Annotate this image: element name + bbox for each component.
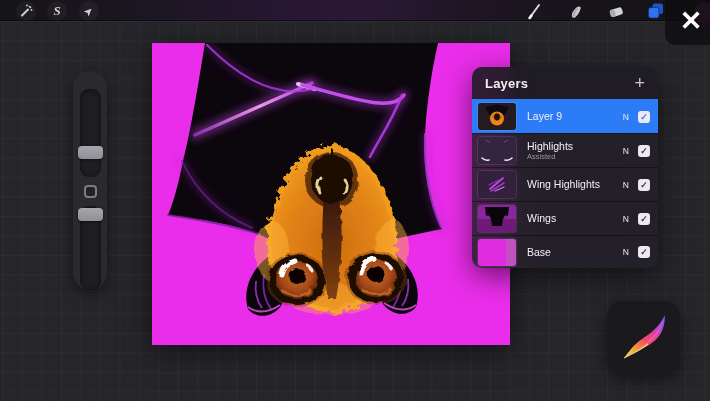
bat-artwork (152, 43, 510, 345)
layer-row-wings[interactable]: Wings N ✓ (472, 201, 658, 235)
layer-label: Wing Highlights (527, 178, 623, 190)
visibility-checkbox[interactable]: ✓ (638, 213, 650, 225)
brush-opacity-handle[interactable] (78, 208, 103, 221)
selection-icon[interactable]: S (47, 1, 67, 21)
brush-glyph (524, 1, 544, 21)
layers-panel-title: Layers (485, 76, 528, 91)
drawing-canvas[interactable] (152, 43, 510, 345)
brush-sidebar (73, 71, 107, 290)
visibility-checkbox[interactable]: ✓ (638, 179, 650, 191)
procreate-swoosh-icon (614, 308, 674, 368)
top-toolbar: S ➤ (0, 0, 710, 21)
brush-size-slider[interactable] (80, 89, 101, 177)
procreate-logo (607, 301, 680, 374)
magic-wand-glyph (18, 3, 34, 19)
blend-mode-badge[interactable]: N (623, 247, 629, 257)
layer-thumbnail-bat-face (478, 103, 516, 130)
layer-thumbnail-base (478, 239, 516, 266)
adjustments-icon[interactable] (16, 1, 36, 21)
layer-label: Wings (527, 212, 623, 224)
smudge-icon[interactable] (565, 0, 587, 22)
layer-sublabel: Assisted (527, 152, 623, 161)
eraser-glyph (606, 1, 626, 21)
transform-arrow-glyph: ➤ (82, 4, 96, 18)
layer-row-wing-highlights[interactable]: Wing Highlights N ✓ (472, 167, 658, 201)
modify-button[interactable] (84, 185, 97, 198)
layers-glyph (645, 1, 665, 21)
transform-icon[interactable]: ➤ (79, 1, 99, 21)
brush-size-handle[interactable] (78, 146, 103, 159)
blend-mode-badge[interactable]: N (623, 180, 629, 190)
layer-thumbnail-wing-highlights (478, 171, 516, 198)
close-icon[interactable]: ✕ (674, 3, 708, 39)
layer-label: Highlights (527, 140, 623, 152)
visibility-checkbox[interactable]: ✓ (638, 145, 650, 157)
visibility-checkbox[interactable]: ✓ (638, 246, 650, 258)
layer-label: Layer 9 (527, 110, 623, 122)
layer-thumbnail-highlights (478, 137, 516, 164)
blend-mode-badge[interactable]: N (623, 214, 629, 224)
blend-mode-badge[interactable]: N (623, 112, 629, 122)
layer-thumbnail-wings (478, 205, 516, 232)
layers-icon[interactable] (644, 0, 666, 22)
eraser-icon[interactable] (605, 0, 627, 22)
brush-icon[interactable] (523, 0, 545, 22)
layers-panel: Layers + Layer 9 N ✓ (472, 67, 658, 268)
add-layer-button[interactable]: + (634, 74, 645, 92)
layer-row-layer9[interactable]: Layer 9 N ✓ (472, 99, 658, 133)
blend-mode-badge[interactable]: N (623, 146, 629, 156)
procreate-workspace: S ➤ (0, 0, 710, 401)
visibility-checkbox[interactable]: ✓ (638, 111, 650, 123)
selection-s-glyph: S (53, 4, 60, 17)
smudge-glyph (566, 1, 586, 21)
layer-label: Base (527, 246, 623, 258)
layer-row-highlights[interactable]: Highlights Assisted N ✓ (472, 133, 658, 167)
brush-opacity-slider[interactable] (80, 206, 101, 290)
layer-row-base[interactable]: Base N ✓ (472, 235, 658, 268)
layers-panel-header: Layers + (472, 67, 658, 99)
